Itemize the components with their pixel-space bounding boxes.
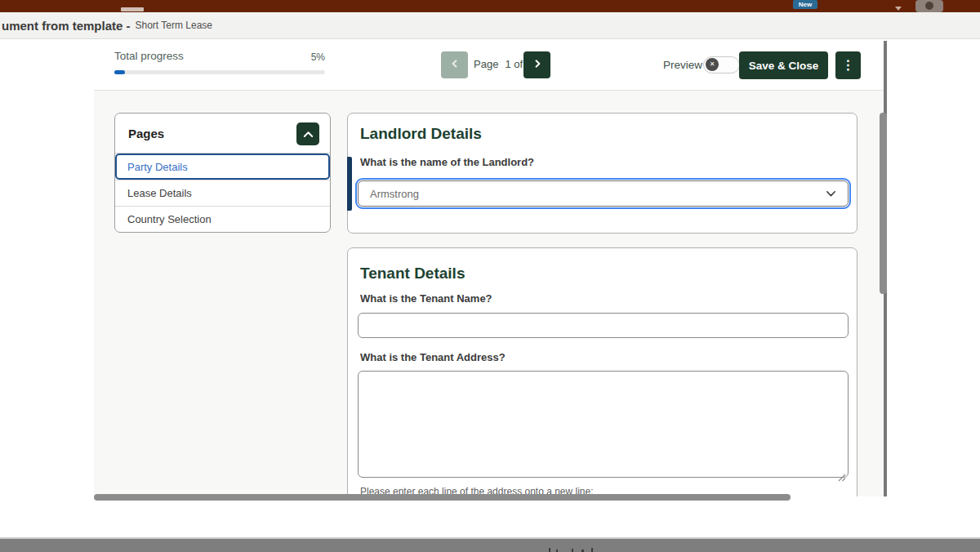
page-word: Page	[474, 58, 498, 70]
tenant-name-question: What is the Tenant Name?	[360, 292, 492, 305]
landlord-name-question: What is the name of the Landlord?	[360, 156, 534, 168]
avatar-face	[925, 2, 933, 10]
chevron-down-icon	[826, 186, 836, 201]
screen: New ument from template - Short Term Lea…	[0, 0, 980, 552]
template-name: Short Term Lease	[136, 20, 213, 31]
pages-panel: Pages Party Details Lease Details Countr…	[114, 113, 331, 233]
clipped-text-mark	[591, 548, 593, 552]
pages-panel-header: Pages	[115, 114, 330, 154]
landlord-name-select[interactable]: Armstrong	[358, 180, 849, 207]
sidebar-item-party-details[interactable]: Party Details	[115, 154, 330, 180]
clipped-text-mark	[549, 548, 550, 552]
horizontal-scrollbar-thumb[interactable]	[94, 494, 791, 501]
tenant-name-input[interactable]	[358, 313, 849, 338]
previous-page-button[interactable]	[441, 51, 468, 78]
preview-label: Preview	[663, 59, 702, 71]
landlord-card-title: Landlord Details	[360, 125, 482, 143]
active-question-accent-bar	[347, 157, 352, 211]
background-window-bar	[0, 537, 980, 552]
clipped-text-mark	[572, 549, 573, 552]
progress-bar	[114, 70, 325, 74]
page-title: ument from template -	[2, 19, 131, 33]
chevron-up-icon	[303, 128, 314, 140]
progress-label: Total progress	[114, 50, 184, 62]
document-title-bar: ument from template - Short Term Lease	[0, 12, 980, 39]
toggle-off-x-icon: ✕	[706, 58, 719, 71]
landlord-name-selected-value: Armstrong	[370, 188, 826, 200]
chevron-right-icon	[532, 59, 542, 71]
tenant-address-textarea[interactable]	[358, 371, 849, 478]
next-page-button[interactable]	[523, 51, 550, 78]
progress-fill	[114, 70, 125, 74]
vertical-scrollbar-thumb[interactable]	[880, 113, 887, 294]
tenant-card-title: Tenant Details	[360, 265, 465, 283]
form-scroll-area: Pages Party Details Lease Details Countr…	[94, 91, 884, 496]
preview-toggle[interactable]: ✕	[703, 56, 740, 73]
clipped-logo-mark	[121, 7, 144, 11]
new-badge: New	[793, 0, 817, 9]
chevron-left-icon	[450, 59, 460, 71]
kebab-menu-button[interactable]: ⋮	[835, 51, 861, 79]
browser-top-bar: New	[0, 0, 980, 12]
sidebar-item-country-selection[interactable]: Country Selection	[115, 206, 330, 232]
progress-percent: 5%	[278, 51, 325, 63]
tenant-details-card: Tenant Details What is the Tenant Name? …	[347, 247, 858, 496]
pages-title: Pages	[128, 127, 164, 140]
save-close-button[interactable]: Save & Close	[739, 51, 828, 79]
collapse-pages-button[interactable]	[296, 122, 319, 145]
chevron-down-icon[interactable]	[895, 7, 902, 11]
sidebar-item-lease-details[interactable]: Lease Details	[115, 180, 330, 206]
avatar[interactable]	[915, 0, 943, 12]
landlord-details-card: Landlord Details What is the name of the…	[347, 113, 858, 234]
resize-handle-icon[interactable]	[837, 470, 846, 479]
tenant-address-question: What is the Tenant Address?	[360, 351, 506, 363]
